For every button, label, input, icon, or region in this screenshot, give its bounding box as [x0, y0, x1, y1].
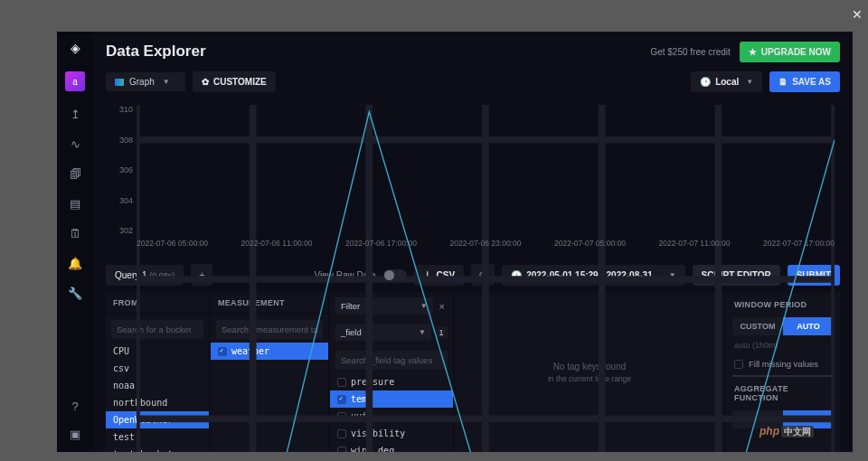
plot-canvas[interactable]: [137, 105, 835, 452]
controls-row: Graph ▼ ✿ CUSTOMIZE 🕑 Local▼ 🗎 SAVE AS: [93, 71, 853, 99]
notebook-icon[interactable]: 🗐: [70, 167, 81, 181]
save-as-button[interactable]: 🗎 SAVE AS: [769, 71, 840, 92]
visualization-type-label: Graph: [129, 77, 155, 87]
chevron-down-icon: ▼: [746, 78, 753, 86]
feedback-icon[interactable]: ▣: [70, 428, 80, 441]
dashboards-icon[interactable]: ▤: [70, 197, 80, 211]
main: Data Explorer Get $250 free credit ★ UPG…: [93, 32, 853, 452]
customize-label: CUSTOMIZE: [213, 77, 267, 87]
chart: 310308306304302 2022-07-06 05:00:002022-…: [106, 99, 840, 255]
graph-icon: [115, 79, 124, 86]
settings-icon[interactable]: 🔧: [68, 287, 82, 300]
timezone-select[interactable]: 🕑 Local▼: [691, 71, 762, 92]
raw-data-toggle[interactable]: [383, 269, 407, 281]
checkbox-icon: [218, 347, 227, 356]
org-tile[interactable]: a: [65, 71, 85, 91]
visualization-type-select[interactable]: Graph ▼: [106, 72, 185, 91]
upgrade-button[interactable]: ★ UPGRADE NOW: [740, 42, 840, 62]
page-title: Data Explorer: [106, 42, 206, 61]
sidebar: ◈ a ↥ ∿ 🗐 ▤ 🗓 🔔 🔧 ? ▣: [57, 32, 93, 452]
save-as-label: SAVE AS: [792, 77, 831, 87]
upload-icon[interactable]: ↥: [71, 108, 80, 121]
logo-icon[interactable]: ◈: [71, 41, 80, 55]
topbar: Data Explorer Get $250 free credit ★ UPG…: [93, 32, 853, 71]
explore-icon[interactable]: ∿: [71, 137, 80, 151]
upgrade-label: UPGRADE NOW: [761, 47, 831, 57]
app-frame: ◈ a ↥ ∿ 🗐 ▤ 🗓 🔔 🔧 ? ▣ Data Explorer Get …: [57, 32, 853, 452]
y-axis: 310308306304302: [106, 105, 133, 235]
checkbox-icon: [337, 395, 346, 404]
help-icon[interactable]: ?: [71, 400, 78, 413]
chevron-down-icon: ▼: [163, 78, 170, 86]
pin-icon[interactable]: ✕: [852, 7, 863, 22]
customize-button[interactable]: ✿ CUSTOMIZE: [193, 71, 276, 92]
alerts-icon[interactable]: 🔔: [68, 257, 82, 270]
x-axis: 2022-07-06 05:00:002022-07-06 11:00:0020…: [137, 239, 835, 251]
credit-text[interactable]: Get $250 free credit: [650, 47, 730, 57]
tasks-icon[interactable]: 🗓: [70, 227, 81, 240]
timezone-label: Local: [715, 77, 739, 87]
